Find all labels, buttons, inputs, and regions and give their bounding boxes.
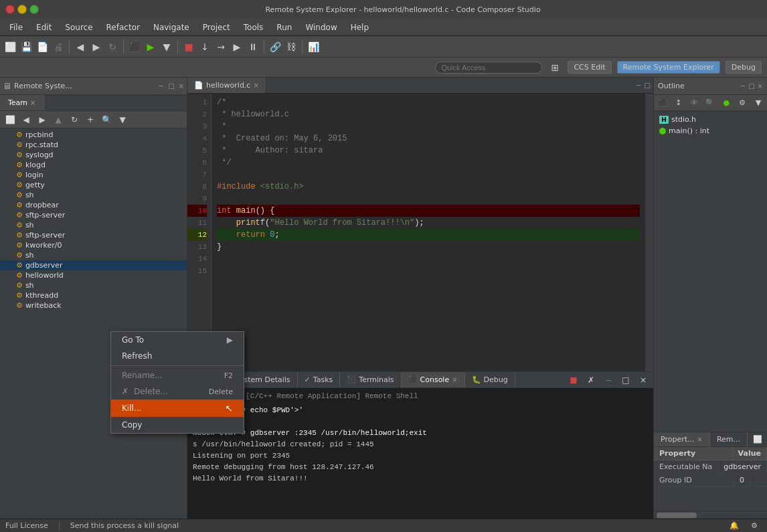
menu-tools[interactable]: Tools: [237, 21, 270, 33]
connect-button[interactable]: 🔗: [268, 39, 282, 54]
open-perspective-icon[interactable]: ⊞: [547, 60, 562, 75]
tree-forward-icon[interactable]: ▶: [35, 112, 50, 127]
tree-item-sftp2[interactable]: ⚙ sftp-server: [0, 230, 187, 240]
step-over[interactable]: →: [214, 39, 228, 54]
tab-console[interactable]: ⬛ Console ×: [402, 372, 465, 387]
save-all-button[interactable]: 📄: [35, 39, 50, 54]
back-button[interactable]: ◀: [73, 39, 88, 54]
menu-navigate[interactable]: Navigate: [147, 21, 196, 33]
tree-item-dropbear[interactable]: ⚙ dropbear: [0, 200, 187, 210]
close-panel-icon[interactable]: ×: [179, 82, 184, 90]
outline-sync-icon[interactable]: ●: [719, 96, 734, 110]
remote-shell-tab[interactable]: Rem...: [710, 432, 748, 446]
minimize-button[interactable]: [17, 5, 27, 14]
close-console-icon[interactable]: ×: [452, 376, 457, 383]
menu-edit[interactable]: Edit: [29, 21, 58, 33]
code-editor[interactable]: 1 2 3 4 5 6 7 8 9 10 11 12 13 14: [187, 94, 653, 371]
run-button[interactable]: ▶: [143, 39, 158, 54]
property-scrollbar[interactable]: [654, 511, 767, 519]
menu-source[interactable]: Source: [58, 21, 99, 33]
debug-button[interactable]: ⬛: [127, 39, 142, 54]
code-content[interactable]: /* * helloworld.c * * Created on: May 6,…: [211, 94, 645, 371]
tree-filter-icon[interactable]: 🔍: [99, 112, 114, 127]
outline-min-icon[interactable]: −: [740, 82, 746, 90]
menu-help[interactable]: Help: [344, 21, 375, 33]
outline-expand-icon[interactable]: ▼: [751, 96, 766, 110]
close-team-tab-icon[interactable]: ×: [30, 99, 35, 106]
tree-item-syslogd[interactable]: ⚙ syslogd: [0, 150, 187, 160]
tree-item-gdbserver[interactable]: ⚙ gdbserver: [0, 260, 187, 270]
editor-maximize-icon[interactable]: □: [645, 82, 651, 89]
tree-back-icon[interactable]: ◀: [19, 112, 33, 127]
step-into[interactable]: ↓: [197, 39, 212, 54]
disconnect-button[interactable]: ⛓: [284, 39, 299, 54]
new-button[interactable]: ⬜: [3, 39, 17, 54]
ctx-delete[interactable]: ✗ Delete... Delete: [111, 383, 244, 400]
outline-item-main[interactable]: main() : int: [657, 125, 764, 137]
tree-item-getty[interactable]: ⚙ getty: [0, 180, 187, 190]
editor-minimize-icon[interactable]: −: [636, 82, 641, 89]
menu-refactor[interactable]: Refactor: [100, 21, 147, 33]
forward-button[interactable]: ▶: [89, 39, 104, 54]
tree-item-login[interactable]: ⚙ login: [0, 170, 187, 180]
terminate-button[interactable]: ■: [181, 39, 196, 54]
tree-item-kworker[interactable]: ⚙ kworker/0: [0, 240, 187, 250]
menu-run[interactable]: Run: [270, 21, 299, 33]
maximize-panel-icon[interactable]: □: [168, 82, 174, 90]
property-tab[interactable]: Propert... ×: [654, 432, 710, 446]
debug-perspective[interactable]: Debug: [726, 61, 762, 74]
outline-item-stdio[interactable]: H stdio.h: [657, 114, 764, 125]
tree-more-icon[interactable]: ▼: [115, 112, 130, 127]
outline-settings-icon[interactable]: ⚙: [735, 96, 750, 110]
tree-item-helloworld[interactable]: ⚙ helloworld: [0, 270, 187, 280]
prop-toolbar-icon[interactable]: ⬜: [750, 432, 765, 447]
editor-tab-helloworld[interactable]: 📄 helloworld.c ×: [187, 78, 266, 93]
memory-browser[interactable]: 📊: [306, 39, 321, 54]
status-icon-1[interactable]: 🔔: [727, 519, 742, 533]
console-minimize-icon[interactable]: −: [601, 373, 616, 387]
minimize-panel-icon[interactable]: −: [159, 82, 164, 90]
suspend-button[interactable]: ⏸: [246, 39, 260, 54]
tree-item-sh4[interactable]: ⚙ sh: [0, 280, 187, 290]
tree-item-kthreadd[interactable]: ⚙ kthreadd: [0, 290, 187, 300]
ctx-goto[interactable]: Go To ▶: [111, 332, 244, 348]
tree-up-icon[interactable]: ▲: [51, 112, 66, 127]
tree-new-icon[interactable]: +: [83, 112, 98, 127]
tree-item-sh2[interactable]: ⚙ sh: [0, 220, 187, 230]
close-button[interactable]: [5, 5, 15, 14]
console-clear-icon[interactable]: ✗: [584, 373, 598, 387]
menu-project[interactable]: Project: [196, 21, 237, 33]
tree-item-rpcstatd[interactable]: ⚙ rpc.statd: [0, 140, 187, 150]
outline-collapse-icon[interactable]: ⬛: [655, 96, 670, 110]
remote-system-explorer-perspective[interactable]: Remote System Explorer: [617, 61, 720, 74]
ctx-kill[interactable]: Kill... ↖: [111, 400, 244, 417]
maximize-button[interactable]: [29, 5, 39, 14]
run-config-button[interactable]: ▼: [159, 39, 174, 54]
status-icon-2[interactable]: ⚙: [747, 519, 762, 533]
save-button[interactable]: 💾: [19, 39, 33, 54]
tab-tasks[interactable]: ✓ Tasks: [298, 372, 341, 387]
ctx-copy[interactable]: Copy: [111, 417, 244, 433]
outline-hide-icon[interactable]: 👁: [687, 96, 702, 110]
ctx-rename[interactable]: Rename... F2: [111, 367, 244, 383]
menu-window[interactable]: Window: [299, 21, 343, 33]
editor-scrollbar[interactable]: [645, 94, 653, 371]
outline-filter-icon[interactable]: 🔍: [703, 96, 717, 110]
tree-item-sftp1[interactable]: ⚙ sftp-server: [0, 210, 187, 220]
console-maximize-icon[interactable]: □: [618, 373, 633, 387]
tree-item-rpcbind[interactable]: ⚙ rpcbind: [0, 130, 187, 140]
outline-sort-icon[interactable]: ↕: [671, 96, 686, 110]
tree-item-klogd[interactable]: ⚙ klogd: [0, 160, 187, 170]
tree-item-writeback[interactable]: ⚙ writeback: [0, 300, 187, 311]
ctx-refresh[interactable]: Refresh: [111, 348, 244, 364]
team-tab[interactable]: Team ×: [0, 95, 44, 110]
tree-refresh-icon[interactable]: ↻: [67, 112, 82, 127]
refresh-button[interactable]: ↻: [105, 39, 120, 54]
tab-terminals[interactable]: ⬛ Terminals: [340, 372, 401, 387]
console-close-icon[interactable]: ×: [636, 373, 651, 387]
tree-item-sh1[interactable]: ⚙ sh: [0, 190, 187, 200]
property-tab-close[interactable]: ×: [697, 436, 703, 443]
console-stop-icon[interactable]: ■: [566, 373, 581, 387]
tree-item-sh3[interactable]: ⚙ sh: [0, 250, 187, 260]
editor-tab-close-icon[interactable]: ×: [253, 82, 258, 89]
